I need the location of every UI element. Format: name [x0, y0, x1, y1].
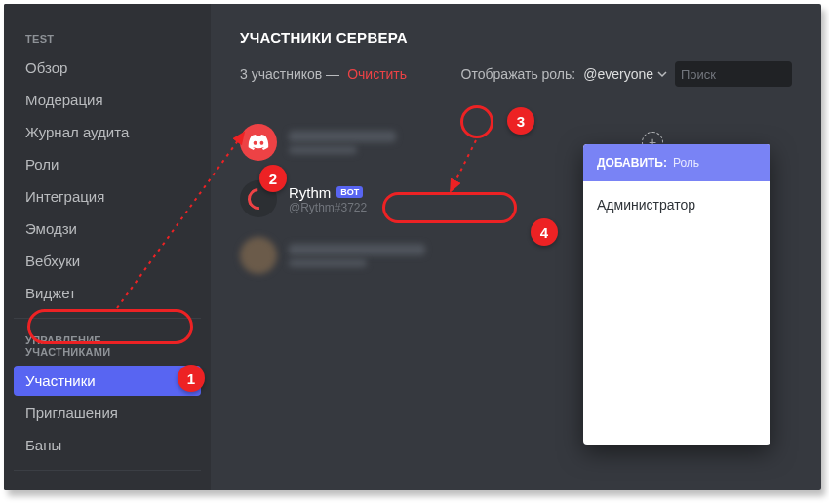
avatar	[240, 124, 277, 161]
popup-role-input[interactable]	[673, 156, 751, 170]
sidebar-item-roles[interactable]: Роли	[14, 149, 201, 179]
main-panel: УЧАСТНИКИ СЕРВЕРА 3 участников — Очистит…	[211, 4, 821, 490]
sidebar-separator	[14, 318, 201, 319]
chevron-down-icon	[657, 69, 667, 79]
sidebar-item-auditlog[interactable]: Журнал аудита	[14, 117, 201, 147]
sidebar-item-members[interactable]: Участники	[14, 366, 201, 396]
discord-icon	[248, 135, 269, 150]
sidebar-item-integrations[interactable]: Интеграция	[14, 181, 201, 212]
blurred-username	[289, 131, 396, 142]
member-count: 3 участников —	[240, 66, 339, 82]
search-box[interactable]	[675, 61, 792, 87]
sidebar-item-webhooks[interactable]: Вебхуки	[14, 246, 201, 276]
blurred-tag	[289, 146, 357, 154]
sidebar: TEST Обзор Модерация Журнал аудита Роли …	[4, 4, 211, 490]
avatar	[240, 237, 277, 274]
bot-badge: BOT	[336, 186, 363, 198]
sidebar-item-bans[interactable]: Баны	[14, 430, 201, 460]
blurred-tag	[289, 259, 367, 267]
sidebar-separator	[14, 470, 201, 471]
sidebar-section-membermgmt: УПРАВЛЕНИЕ УЧАСТНИКАМИ	[14, 329, 201, 366]
sidebar-item-emoji[interactable]: Эмодзи	[14, 213, 201, 244]
popup-header: ДОБАВИТЬ:	[583, 144, 770, 181]
popup-role-option-admin[interactable]: Администратор	[583, 187, 770, 222]
member-username: Rythm	[289, 184, 331, 201]
sidebar-delete-server[interactable]: Удалить сервер	[14, 481, 201, 490]
sidebar-section-test: TEST	[14, 27, 201, 53]
add-role-popup: ДОБАВИТЬ: Администратор	[583, 144, 770, 445]
sidebar-item-invites[interactable]: Приглашения	[14, 398, 201, 428]
popup-title: ДОБАВИТЬ:	[597, 156, 667, 170]
sidebar-item-widget[interactable]: Виджет	[14, 278, 201, 308]
display-role-label: Отображать роль:	[461, 66, 576, 82]
search-input[interactable]	[681, 67, 821, 82]
sidebar-item-overview[interactable]: Обзор	[14, 53, 201, 83]
role-filter-value: @everyone	[583, 66, 653, 82]
sidebar-item-moderation[interactable]: Модерация	[14, 85, 201, 115]
avatar	[240, 180, 277, 217]
role-filter-select[interactable]: @everyone	[583, 66, 667, 82]
blurred-username	[289, 244, 425, 255]
page-title: УЧАСТНИКИ СЕРВЕРА	[240, 29, 792, 46]
clear-link[interactable]: Очистить	[347, 66, 407, 82]
